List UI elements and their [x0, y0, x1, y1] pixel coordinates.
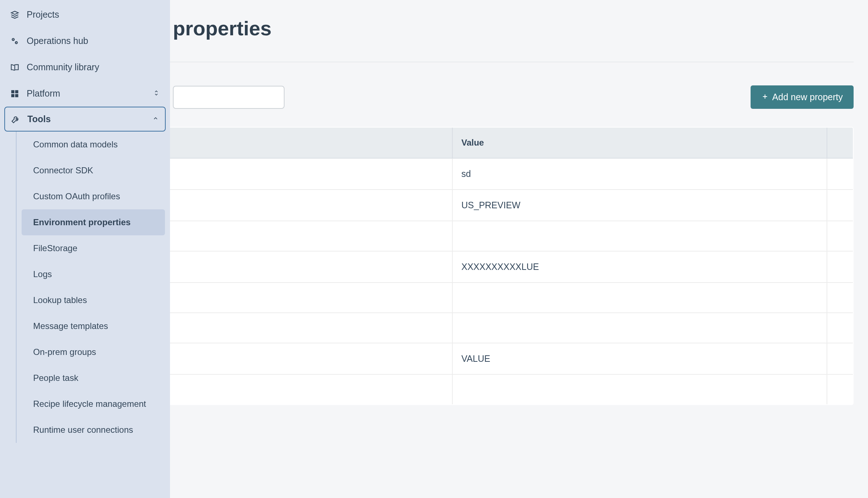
cell-value: XXXXXXXXXXLUE	[452, 251, 827, 283]
cell-value: sd	[452, 158, 827, 190]
column-header-actions	[827, 127, 853, 158]
sidebar-item-label: Projects	[27, 9, 59, 20]
submenu-item-common-data-models[interactable]: Common data models	[22, 132, 170, 157]
chevron-updown-icon	[153, 88, 160, 99]
grid-icon	[10, 89, 19, 98]
submenu-label: On-prem groups	[33, 347, 96, 357]
sidebar-item-operations-hub[interactable]: Operations hub	[0, 28, 170, 54]
cell-actions	[827, 158, 853, 190]
chevron-up-icon	[152, 114, 159, 124]
cell-actions	[827, 343, 853, 374]
submenu-label: Logs	[33, 269, 52, 279]
submenu-label: Recipe lifecycle management	[33, 399, 146, 409]
submenu-label: FileStorage	[33, 243, 77, 253]
cell-value	[452, 283, 827, 313]
cell-value: US_PREVIEW	[452, 190, 827, 221]
sidebar-item-label: Operations hub	[27, 36, 88, 46]
cell-actions	[827, 283, 853, 313]
submenu-label: People task	[33, 373, 78, 383]
sidebar-item-label: Community library	[27, 62, 99, 72]
sidebar-item-projects[interactable]: Projects	[0, 1, 170, 28]
svg-point-1	[15, 41, 17, 43]
sidebar: Projects Operations hub Community librar…	[0, 0, 170, 498]
cell-value	[452, 221, 827, 251]
submenu-item-message-templates[interactable]: Message templates	[22, 313, 170, 339]
tools-submenu: Common data models Connector SDK Custom …	[16, 132, 170, 443]
submenu-item-recipe-lifecycle-management[interactable]: Recipe lifecycle management	[22, 391, 170, 417]
submenu-label: Environment properties	[33, 217, 131, 227]
cell-actions	[827, 190, 853, 221]
submenu-item-custom-oauth-profiles[interactable]: Custom OAuth profiles	[22, 183, 170, 209]
add-new-property-button[interactable]: Add new property	[751, 85, 854, 109]
submenu-item-connector-sdk[interactable]: Connector SDK	[22, 157, 170, 183]
gears-icon	[10, 36, 19, 46]
sidebar-item-label: Platform	[27, 88, 60, 99]
submenu-item-lookup-tables[interactable]: Lookup tables	[22, 287, 170, 313]
cell-actions	[827, 313, 853, 343]
svg-rect-4	[11, 94, 14, 97]
sidebar-item-community-library[interactable]: Community library	[0, 54, 170, 80]
cell-actions	[827, 251, 853, 283]
sidebar-item-platform[interactable]: Platform	[0, 80, 170, 107]
plus-icon	[761, 92, 769, 102]
submenu-item-runtime-user-connections[interactable]: Runtime user connections	[22, 417, 170, 443]
submenu-label: Common data models	[33, 139, 118, 150]
sidebar-item-label: Tools	[27, 114, 51, 124]
cell-value	[452, 374, 827, 405]
submenu-item-people-task[interactable]: People task	[22, 365, 170, 391]
sidebar-item-tools[interactable]: Tools	[4, 107, 166, 132]
column-header-value: Value	[452, 127, 827, 158]
svg-rect-2	[11, 90, 14, 93]
submenu-item-on-prem-groups[interactable]: On-prem groups	[22, 339, 170, 365]
cell-value: VALUE	[452, 343, 827, 374]
cell-actions	[827, 374, 853, 405]
submenu-label: Custom OAuth profiles	[33, 191, 120, 201]
submenu-item-logs[interactable]: Logs	[22, 261, 170, 287]
svg-rect-3	[15, 90, 18, 93]
svg-point-0	[12, 39, 14, 40]
cell-value	[452, 313, 827, 343]
cell-actions	[827, 221, 853, 251]
wrench-icon	[11, 115, 20, 124]
stack-icon	[10, 10, 19, 19]
svg-rect-5	[15, 94, 18, 97]
add-button-label: Add new property	[772, 92, 843, 102]
submenu-item-environment-properties[interactable]: Environment properties	[22, 209, 165, 235]
book-icon	[10, 63, 19, 72]
search-input[interactable]	[173, 86, 285, 109]
submenu-label: Connector SDK	[33, 165, 93, 175]
submenu-label: Runtime user connections	[33, 425, 133, 435]
submenu-label: Lookup tables	[33, 295, 87, 305]
submenu-label: Message templates	[33, 321, 108, 331]
submenu-item-filestorage[interactable]: FileStorage	[22, 235, 170, 261]
